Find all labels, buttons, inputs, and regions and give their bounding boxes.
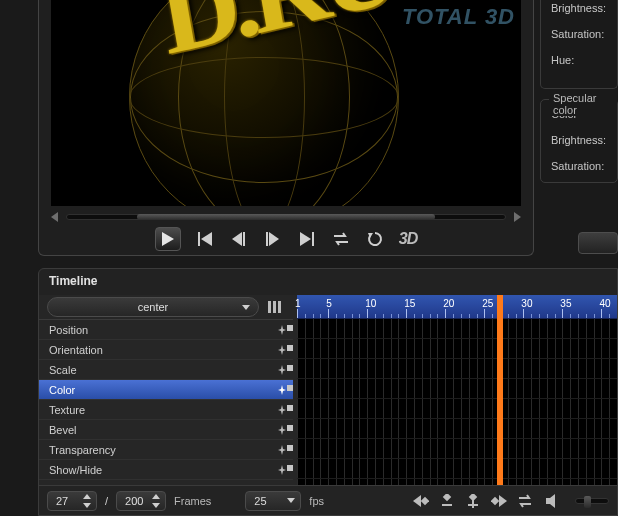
3d-toggle-button[interactable]: 3D: [399, 230, 417, 248]
timeline-panel: Timeline center PositionOrientationScale…: [38, 268, 618, 516]
ruler-label: 40: [599, 298, 610, 309]
svg-marker-0: [162, 232, 174, 246]
hue-row[interactable]: Hue:: [551, 54, 617, 66]
svg-rect-5: [266, 232, 268, 246]
current-frame-input[interactable]: 27: [47, 491, 97, 511]
total-frames-input[interactable]: 200: [116, 491, 166, 511]
ruler-label: 20: [443, 298, 454, 309]
lane[interactable]: [297, 439, 617, 459]
track-label: Show/Hide: [49, 464, 102, 476]
svg-marker-6: [269, 232, 279, 246]
refresh-button[interactable]: [365, 229, 385, 249]
svg-rect-16: [442, 504, 452, 506]
lane[interactable]: [297, 359, 617, 379]
svg-rect-8: [312, 232, 314, 246]
track-label: Color: [49, 384, 75, 396]
loop-button[interactable]: [331, 229, 351, 249]
svg-marker-2: [201, 232, 212, 246]
pin-icon[interactable]: [277, 325, 287, 335]
pin-icon[interactable]: [277, 445, 287, 455]
svg-rect-10: [268, 301, 271, 313]
lane[interactable]: [297, 319, 617, 339]
track-transparency[interactable]: Transparency: [39, 440, 293, 460]
track-label: Transparency: [49, 444, 116, 456]
scroll-right-icon[interactable]: [514, 212, 521, 222]
pin-icon[interactable]: [277, 425, 287, 435]
scroll-left-icon[interactable]: [51, 212, 58, 222]
lane-anchor-icon: [287, 445, 293, 451]
svg-rect-14: [421, 496, 429, 504]
volume-thumb[interactable]: [584, 496, 591, 508]
svg-marker-7: [300, 232, 311, 246]
current-frame-spinner[interactable]: [83, 494, 93, 508]
lane-anchor-icon: [287, 365, 293, 371]
watermark: TOTAL 3D: [402, 4, 515, 30]
track-orientation[interactable]: Orientation: [39, 340, 293, 360]
volume-slider[interactable]: [575, 498, 609, 504]
svg-marker-13: [413, 495, 421, 507]
pin-icon[interactable]: [277, 365, 287, 375]
pin-icon[interactable]: [277, 405, 287, 415]
remove-key-button[interactable]: [437, 491, 457, 511]
timeline-lanes[interactable]: [297, 319, 617, 485]
track-label: Texture: [49, 404, 85, 416]
lane[interactable]: [297, 459, 617, 479]
total-frames-spinner[interactable]: [152, 494, 162, 508]
saturation-row[interactable]: Saturation:: [551, 28, 617, 40]
lane[interactable]: [297, 399, 617, 419]
lane[interactable]: [297, 379, 617, 399]
prev-key-button[interactable]: [411, 491, 431, 511]
track-scale[interactable]: Scale: [39, 360, 293, 380]
specular-saturation-row[interactable]: Saturation:: [551, 160, 617, 172]
track-position[interactable]: Position: [39, 320, 293, 340]
pin-icon[interactable]: [277, 345, 287, 355]
total-frames-value: 200: [125, 495, 143, 507]
svg-marker-22: [546, 494, 555, 508]
inspector-button[interactable]: [578, 232, 618, 254]
lane-anchor-icon: [287, 465, 293, 471]
fps-label: fps: [309, 495, 324, 507]
playback-bar: 3D: [39, 225, 533, 253]
last-frame-button[interactable]: [297, 229, 317, 249]
first-frame-button[interactable]: [195, 229, 215, 249]
track-texture[interactable]: Texture: [39, 400, 293, 420]
play-button[interactable]: [155, 227, 181, 251]
ruler-label: 35: [560, 298, 571, 309]
inspector-panel: Brightness: Saturation: Hue: Specular co…: [540, 0, 618, 256]
object-selector[interactable]: center: [47, 297, 259, 317]
specular-group-label: Specular color: [549, 92, 617, 116]
lane[interactable]: [297, 419, 617, 439]
track-color[interactable]: Color: [39, 380, 293, 400]
svg-rect-1: [198, 232, 200, 246]
next-key-button[interactable]: [489, 491, 509, 511]
lane[interactable]: [297, 339, 617, 359]
brightness-row[interactable]: Brightness:: [551, 2, 617, 14]
lane-anchor-icon: [287, 345, 293, 351]
frame-separator: /: [105, 495, 108, 507]
track-bevel[interactable]: Bevel: [39, 420, 293, 440]
next-frame-button[interactable]: [263, 229, 283, 249]
pin-icon[interactable]: [277, 465, 287, 475]
viewport[interactable]: D.RU TOTAL 3D: [51, 0, 521, 206]
playhead[interactable]: [497, 295, 503, 485]
loop-region-button[interactable]: [515, 491, 535, 511]
timeline-footer: 27 / 200 Frames 25 fps: [39, 485, 617, 515]
add-key-button[interactable]: [463, 491, 483, 511]
svg-marker-3: [232, 232, 242, 246]
specular-brightness-row[interactable]: Brightness:: [551, 134, 617, 146]
timeline-ruler[interactable]: 1510152025303540: [297, 295, 617, 319]
svg-rect-20: [491, 496, 499, 504]
columns-icon[interactable]: [265, 297, 285, 317]
scroll-thumb[interactable]: [137, 214, 435, 220]
viewport-hscroll[interactable]: [51, 211, 521, 223]
prev-frame-button[interactable]: [229, 229, 249, 249]
scroll-track[interactable]: [66, 214, 506, 220]
timeline-title: Timeline: [39, 269, 617, 293]
pin-icon[interactable]: [277, 385, 287, 395]
fps-select[interactable]: 25: [245, 491, 301, 511]
track-show-hide[interactable]: Show/Hide: [39, 460, 293, 480]
mute-button[interactable]: [543, 491, 563, 511]
current-frame-value: 27: [56, 495, 68, 507]
ruler-label: 5: [326, 298, 332, 309]
chevron-down-icon: [242, 305, 250, 310]
